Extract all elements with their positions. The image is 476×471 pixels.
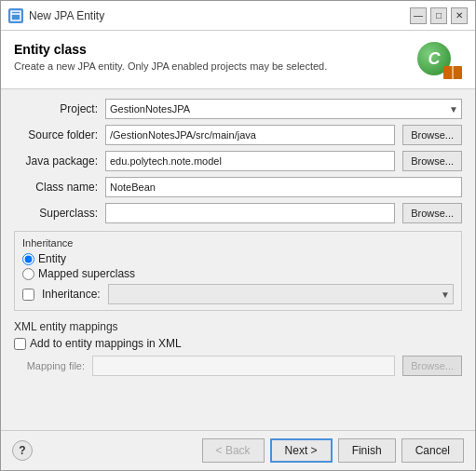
maximize-button[interactable]: □ bbox=[430, 7, 447, 24]
source-folder-label: Source folder: bbox=[14, 128, 98, 141]
inheritance-select-wrapper: ▼ bbox=[108, 284, 454, 304]
inheritance-type-select[interactable] bbox=[108, 284, 454, 304]
superclass-input[interactable] bbox=[105, 203, 395, 223]
mapping-file-label: Mapping file: bbox=[14, 360, 85, 371]
window-controls: — □ ✕ bbox=[410, 7, 468, 24]
entity-radio-row: Entity bbox=[22, 252, 454, 265]
xml-add-checkbox[interactable] bbox=[14, 338, 26, 350]
class-name-label: Class name: bbox=[14, 181, 98, 194]
mapped-superclass-radio-label: Mapped superclass bbox=[38, 267, 135, 280]
mapping-file-input[interactable] bbox=[92, 356, 395, 376]
entity-radio-label: Entity bbox=[38, 252, 66, 265]
logo-book bbox=[443, 66, 462, 79]
inheritance-section: Inheritance Entity Mapped superclass Inh… bbox=[14, 231, 462, 311]
cancel-button[interactable]: Cancel bbox=[401, 438, 464, 463]
java-package-label: Java package: bbox=[14, 155, 98, 168]
source-folder-input[interactable] bbox=[105, 125, 395, 145]
footer: ? < Back Next > Finish Cancel bbox=[1, 430, 475, 470]
mapped-superclass-radio-row: Mapped superclass bbox=[22, 267, 454, 280]
header-logo: C bbox=[417, 42, 462, 79]
project-select[interactable]: GestionNotesJPA bbox=[105, 99, 462, 119]
entity-radio[interactable] bbox=[22, 253, 34, 265]
svg-rect-0 bbox=[11, 11, 20, 20]
java-package-browse-button[interactable]: Browse... bbox=[402, 151, 462, 171]
next-button[interactable]: Next > bbox=[270, 438, 333, 463]
class-name-input[interactable] bbox=[105, 177, 462, 197]
inheritance-checkbox-row: Inheritance: ▼ bbox=[22, 284, 454, 304]
header-description: Create a new JPA entity. Only JPA enable… bbox=[14, 61, 327, 72]
form-content: Project: GestionNotesJPA ▼ Source folder… bbox=[1, 89, 475, 430]
mapped-superclass-radio[interactable] bbox=[22, 268, 34, 280]
java-package-input[interactable] bbox=[105, 151, 395, 171]
mapping-file-row: Mapping file: Browse... bbox=[14, 356, 462, 376]
back-button[interactable]: < Back bbox=[202, 438, 265, 463]
help-button[interactable]: ? bbox=[12, 440, 33, 461]
close-button[interactable]: ✕ bbox=[451, 7, 468, 24]
project-label: Project: bbox=[14, 102, 98, 115]
source-folder-row: Source folder: Browse... bbox=[14, 125, 462, 145]
window-title: New JPA Entity bbox=[29, 9, 404, 22]
xml-add-label-text: Add to entity mappings in XML bbox=[30, 337, 182, 350]
inheritance-checkbox[interactable] bbox=[22, 289, 34, 301]
xml-section: XML entity mappings Add to entity mappin… bbox=[14, 320, 462, 376]
inheritance-title: Inheritance bbox=[22, 237, 454, 249]
project-row: Project: GestionNotesJPA ▼ bbox=[14, 99, 462, 119]
footer-right: < Back Next > Finish Cancel bbox=[202, 438, 464, 463]
superclass-row: Superclass: Browse... bbox=[14, 203, 462, 223]
xml-add-row: Add to entity mappings in XML bbox=[14, 337, 462, 350]
header-text: Entity class Create a new JPA entity. On… bbox=[14, 42, 327, 72]
title-bar: New JPA Entity — □ ✕ bbox=[1, 1, 475, 31]
source-folder-browse-button[interactable]: Browse... bbox=[402, 125, 462, 145]
superclass-label: Superclass: bbox=[14, 207, 98, 220]
xml-add-label: Add to entity mappings in XML bbox=[30, 337, 182, 350]
inheritance-checkbox-label: Inheritance: bbox=[42, 288, 101, 301]
header-section: Entity class Create a new JPA entity. On… bbox=[1, 31, 475, 89]
mapping-file-browse-button[interactable]: Browse... bbox=[402, 356, 462, 376]
finish-button[interactable]: Finish bbox=[338, 438, 396, 463]
logo-c-letter: C bbox=[428, 49, 441, 69]
superclass-browse-button[interactable]: Browse... bbox=[402, 203, 462, 223]
dialog-window: New JPA Entity — □ ✕ Entity class Create… bbox=[0, 0, 476, 471]
xml-title: XML entity mappings bbox=[14, 320, 462, 333]
window-icon bbox=[8, 8, 23, 23]
class-name-row: Class name: bbox=[14, 177, 462, 197]
java-package-row: Java package: Browse... bbox=[14, 151, 462, 171]
project-select-wrapper: GestionNotesJPA ▼ bbox=[105, 99, 462, 119]
minimize-button[interactable]: — bbox=[410, 7, 427, 24]
header-title: Entity class bbox=[14, 42, 327, 57]
footer-left: ? bbox=[12, 440, 33, 461]
